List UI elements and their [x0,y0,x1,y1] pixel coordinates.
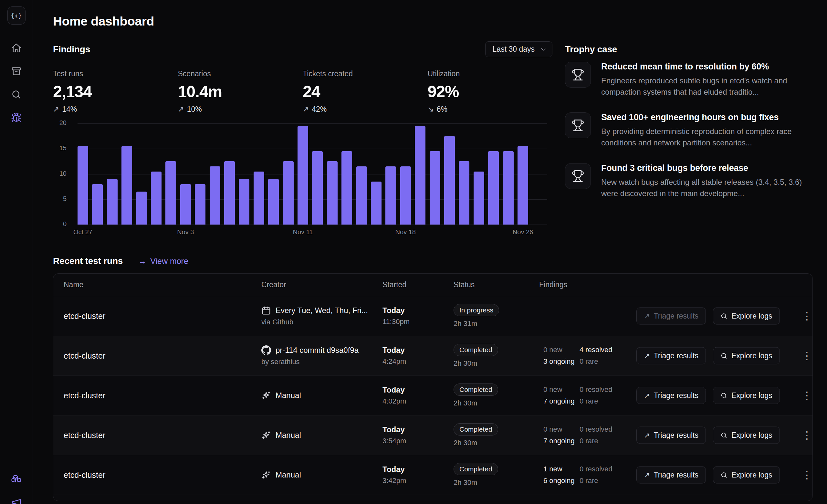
logo-glyph: {✳} [11,12,21,19]
chart-bar [268,179,279,224]
chart-bar [78,146,88,224]
external-arrow-icon: ↗ [644,431,650,439]
findings-section: Findings Last 30 days Test runs 2,134 ↗1… [53,41,552,248]
run-duration: 2h 30m [453,478,539,487]
column-header-findings: Findings [539,281,636,289]
row-menu-button[interactable]: ⋮ [799,429,813,441]
row-menu-button[interactable]: ⋮ [799,469,813,481]
chart-bar [356,166,367,224]
stats-row: Test runs 2,134 ↗14% Scenarios 10.4m ↗10… [53,69,552,114]
bug-icon [11,112,21,123]
app-root: {✳} Home dashboard [0,0,827,504]
chart-bar [239,179,249,224]
chart-bar [459,161,470,224]
chart-bar [121,146,132,224]
run-actions: ↗Triage resultsExplore logs⋮ [636,455,813,495]
chart-bar [297,126,308,224]
chart-bar [400,166,411,224]
sidebar-item-home[interactable] [10,41,23,54]
x-tick-label: Nov 11 [293,229,313,236]
triage-results-button[interactable]: ↗Triage results [636,387,706,404]
findings-chart-plot: Oct 27Nov 3Nov 11Nov 18Nov 26 [78,123,547,224]
x-tick-label: Nov 3 [177,229,194,236]
triage-results-button[interactable]: ↗Triage results [636,347,706,364]
chart-bar [503,151,514,224]
view-more-link[interactable]: → View more [138,256,188,266]
run-status: In progress2h 31m [453,304,539,328]
external-arrow-icon: ↗ [644,471,650,479]
run-creator: Manual [261,430,383,440]
run-duration: 2h 31m [453,319,539,328]
chart-bar [224,161,235,224]
triage-results-button[interactable]: ↗Triage results [636,308,706,325]
chart-bar [444,136,455,224]
trophy-title: Saved 100+ engineering hours on bug fixe… [601,112,813,122]
trophy-item: Found 3 critical bugs before release New… [565,163,813,199]
finding-count-rare: 0 rare [580,357,616,366]
sidebar-bottom-nav [10,472,23,504]
explore-logs-button[interactable]: Explore logs [713,466,780,484]
run-duration: 2h 30m [453,399,539,407]
explore-logs-button[interactable]: Explore logs [713,427,780,444]
sidebar-item-test-runs[interactable] [10,65,23,78]
sidebar-item-search[interactable] [10,88,23,101]
row-menu-button[interactable]: ⋮ [799,350,813,362]
creator-text: Manual [276,391,301,400]
column-header-name: Name [53,281,261,289]
triage-results-label: Triage results [653,431,698,440]
date-range-select[interactable]: Last 30 days [485,41,552,57]
sidebar-item-findings[interactable] [10,111,23,124]
chart-bar [415,126,426,224]
chart-bar [195,184,205,224]
triage-results-button[interactable]: ↗Triage results [636,427,706,444]
status-badge: Completed [453,344,498,356]
status-badge: Completed [453,384,498,396]
column-header-status: Status [453,281,539,289]
sidebar-item-boxes[interactable] [10,472,23,485]
stat-tickets-created: Tickets created 24 ↗42% [303,69,428,114]
y-tick-label: 0 [53,220,66,228]
run-status: Completed2h 30m [453,463,539,487]
started-day: Today [383,346,453,355]
finding-count-rare: 0 rare [580,397,616,405]
chart-bar [210,166,220,224]
run-duration: 2h 30m [453,359,539,368]
run-started: Today3:54pm [383,425,453,445]
explore-logs-button[interactable]: Explore logs [713,387,780,404]
chart-bar [474,171,484,224]
explore-logs-label: Explore logs [731,391,772,400]
started-day: Today [383,425,453,434]
external-arrow-icon: ↗ [644,312,650,320]
search-icon [720,471,728,478]
gridline [78,149,547,149]
run-status: Completed2h 30m [453,344,539,368]
run-name: etcd-cluster [53,311,261,321]
run-status: Completed2h 30m [453,423,539,447]
app-logo[interactable]: {✳} [7,6,26,24]
row-menu-button[interactable]: ⋮ [799,310,813,322]
triage-results-label: Triage results [653,471,698,480]
row-menu-button[interactable]: ⋮ [799,389,813,402]
stat-delta-value: 6% [437,105,447,114]
finding-count-new: 0 new [543,425,580,434]
creator-subtext: by serathius [261,358,383,366]
run-started: Today3:42pm [383,465,453,485]
explore-logs-button[interactable]: Explore logs [713,308,780,325]
run-creator: Every Tue, Wed, Thu, Fri...via Github [261,306,383,326]
explore-logs-label: Explore logs [731,352,772,360]
explore-logs-button[interactable]: Explore logs [713,347,780,364]
sparkles-icon [261,470,271,480]
trophy-case-title: Trophy case [565,44,617,55]
trophy-case-section: Trophy case Reduced mean time to resolut… [565,41,813,248]
y-tick-label: 15 [53,144,66,152]
sparkles-icon [261,391,271,400]
trophy-description: Engineers reproduced subtle bugs in etcd… [601,75,813,98]
stat-scenarios: Scenarios 10.4m ↗10% [178,69,303,114]
triage-results-button[interactable]: ↗Triage results [636,466,706,484]
sidebar-item-announcements[interactable] [10,496,23,504]
run-creator: pr-114 commit d9sa0f9aby serathius [261,345,383,366]
started-time: 3:42pm [383,476,453,485]
explore-logs-label: Explore logs [731,431,772,440]
chart-bar [151,171,161,224]
x-tick-label: Nov 18 [395,229,416,236]
